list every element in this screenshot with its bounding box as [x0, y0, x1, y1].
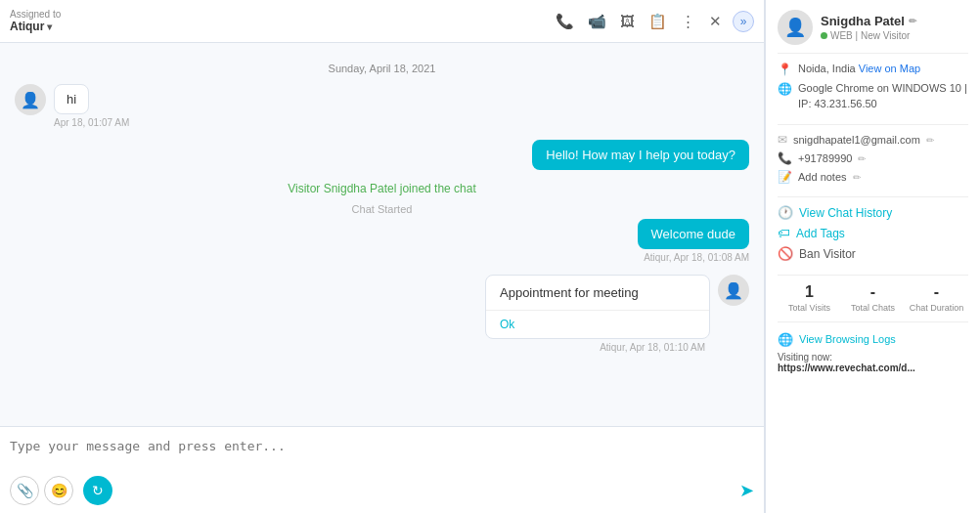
chat-duration-value: -: [905, 283, 968, 301]
total-chats-stat: - Total Chats: [841, 283, 905, 314]
history-icon: 🕐: [778, 205, 793, 220]
system-started-msg: Chat Started: [15, 203, 749, 215]
phone-icon: 📞: [778, 151, 792, 165]
card-bubble: Appointment for meeting Ok: [485, 275, 710, 339]
notes-edit-icon[interactable]: ✏: [853, 172, 861, 183]
agent-time-2: Atiqur, Apr 18, 01:08 AM: [638, 252, 749, 263]
system-join-msg: Visitor Snigdha Patel joined the chat: [15, 182, 749, 195]
actions-section: 🕐 View Chat History 🏷 Add Tags 🚫 Ban Vis…: [778, 205, 968, 276]
total-visits-stat: 1 Total Visits: [778, 283, 841, 314]
stats-section: 1 Total Visits - Total Chats - Chat Dura…: [778, 283, 968, 322]
phone-row: 📞 +91789990 ✏: [778, 151, 968, 165]
visitor-name-edit-icon[interactable]: ✏: [909, 16, 916, 26]
date-divider: Sunday, April 18, 2021: [15, 63, 749, 74]
visitor-sidebar-avatar: 👤: [778, 10, 813, 45]
view-on-map-link[interactable]: View on Map: [859, 63, 920, 74]
more-icon[interactable]: ⋮: [678, 10, 698, 33]
email-row: ✉ snigdhapatel1@gmail.com ✏: [778, 133, 968, 147]
info-section: 📍 Noida, India View on Map 🌐 Google Chro…: [778, 62, 968, 125]
header-icons: 📞 📹 🖼 📋 ⋮ ✕ »: [553, 10, 754, 33]
messages-area: Sunday, April 18, 2021 👤 hi Apr 18, 01:0…: [0, 43, 764, 426]
card-time: Atiqur, Apr 18, 01:10 AM: [485, 342, 710, 353]
view-browsing-logs-link[interactable]: 🌐 View Browsing Logs: [778, 332, 968, 347]
chat-duration-stat: - Chat Duration: [905, 283, 968, 314]
emoji-button[interactable]: 😊: [44, 476, 73, 505]
clipboard-icon[interactable]: 📋: [646, 10, 670, 33]
total-visits-value: 1: [778, 283, 841, 301]
ban-icon: 🚫: [778, 246, 793, 261]
chat-duration-label: Chat Duration: [905, 303, 968, 314]
total-chats-label: Total Chats: [841, 303, 905, 314]
refresh-button[interactable]: ↻: [83, 476, 112, 505]
view-chat-history-link[interactable]: 🕐 View Chat History: [778, 205, 968, 220]
card-avatar: 👤: [718, 275, 749, 306]
expand-button[interactable]: »: [733, 11, 754, 32]
tag-icon: 🏷: [778, 226, 790, 240]
phone-icon[interactable]: 📞: [553, 10, 577, 33]
assigned-section: Assigned to Atiqur ▾: [10, 9, 61, 33]
agent-message-1: Hello! How may I help you today?: [15, 140, 749, 170]
chat-panel: Assigned to Atiqur ▾ 📞 📹 🖼 📋 ⋮ ✕ » Sunda…: [0, 0, 765, 513]
image-icon[interactable]: 🖼: [617, 10, 638, 32]
agent-bubble-1: Hello! How may I help you today?: [532, 140, 749, 170]
email-edit-icon[interactable]: ✏: [926, 135, 934, 146]
card-message: Appointment for meeting Ok Atiqur, Apr 1…: [15, 275, 749, 353]
send-button[interactable]: ➤: [739, 480, 754, 501]
visitor-message-1: 👤 hi Apr 18, 01:07 AM: [15, 84, 749, 128]
status-dot: [821, 32, 827, 39]
visitor-avatar-1: 👤: [15, 84, 46, 115]
visitor-time-1: Apr 18, 01:07 AM: [54, 117, 129, 128]
add-tags-link[interactable]: 🏷 Add Tags: [778, 226, 968, 240]
ban-visitor-link[interactable]: 🚫 Ban Visitor: [778, 246, 968, 261]
close-icon[interactable]: ✕: [706, 10, 725, 33]
attachment-button[interactable]: 📎: [10, 476, 39, 505]
message-input[interactable]: [10, 435, 754, 472]
footer-actions: 📎 😊 ↻ ➤: [10, 476, 754, 505]
visiting-url: https://www.revechat.com/d...: [778, 363, 915, 373]
visiting-now-row: Visiting now: https://www.revechat.com/d…: [778, 352, 968, 373]
chat-footer: 📎 😊 ↻ ➤: [0, 426, 764, 513]
assigned-value: Atiqur ▾: [10, 20, 61, 33]
video-icon[interactable]: 📹: [585, 10, 609, 33]
location-row: 📍 Noida, India View on Map: [778, 62, 968, 76]
assigned-label: Assigned to: [10, 9, 61, 20]
phone-edit-icon[interactable]: ✏: [858, 153, 866, 164]
email-icon: ✉: [778, 133, 787, 147]
contact-section: ✉ snigdhapatel1@gmail.com ✏ 📞 +91789990 …: [778, 133, 968, 197]
agent-message-2: Welcome dude Atiqur, Apr 18, 01:08 AM: [15, 219, 749, 263]
visitor-name: Snigdha Patel ✏: [821, 14, 916, 28]
card-action[interactable]: Ok: [486, 311, 709, 338]
right-sidebar: 👤 Snigdha Patel ✏ WEB | New Visitor 📍 No…: [765, 0, 980, 513]
location-icon: 📍: [778, 63, 792, 76]
browser-row: 🌐 Google Chrome on WINDOWS 10 | IP: 43.2…: [778, 81, 968, 111]
visitor-bubble-1: hi: [54, 84, 89, 114]
card-title: Appointment for meeting: [486, 276, 709, 311]
notes-icon: 📝: [778, 170, 792, 184]
total-chats-value: -: [841, 283, 905, 301]
browser-icon: 🌐: [778, 82, 792, 96]
notes-row: 📝 Add notes ✏: [778, 170, 968, 184]
total-visits-label: Total Visits: [778, 303, 841, 314]
agent-bubble-2: Welcome dude: [638, 219, 749, 249]
visitor-header: 👤 Snigdha Patel ✏ WEB | New Visitor: [778, 10, 968, 54]
chat-header: Assigned to Atiqur ▾ 📞 📹 🖼 📋 ⋮ ✕ »: [0, 0, 764, 43]
visitor-status: WEB | New Visitor: [821, 30, 916, 41]
assigned-dropdown-arrow[interactable]: ▾: [47, 21, 52, 32]
browsing-section: 🌐 View Browsing Logs Visiting now: https…: [778, 332, 968, 373]
browse-icon: 🌐: [778, 332, 793, 347]
